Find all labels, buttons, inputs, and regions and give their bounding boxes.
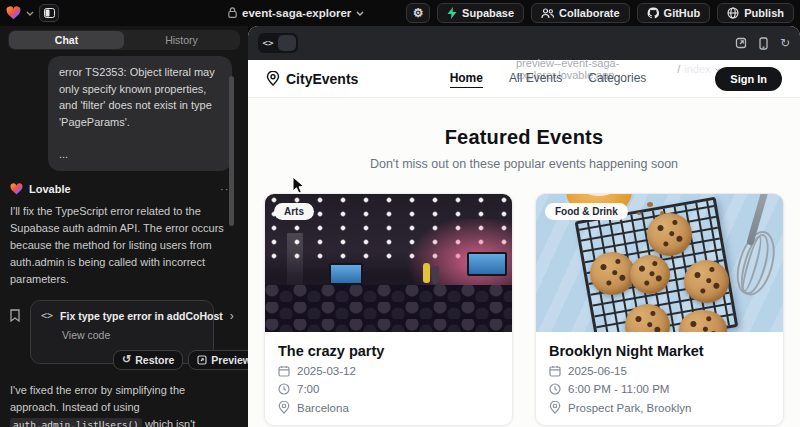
assistant-header: Lovable ···	[10, 183, 234, 195]
restore-icon: ↺	[122, 353, 131, 366]
nav-all-events[interactable]: All Events	[509, 69, 562, 88]
mobile-view-icon[interactable]	[759, 37, 768, 50]
code-preview-toggle[interactable]: <>	[258, 33, 298, 53]
gear-icon: ⚙	[413, 6, 424, 20]
clock-icon	[549, 383, 561, 395]
event-card-2[interactable]: Food & Drink Brooklyn Night Market 2025-…	[535, 193, 784, 426]
settings-button[interactable]: ⚙	[406, 3, 430, 23]
supabase-bolt-icon	[447, 7, 457, 19]
chevron-down-icon	[715, 67, 720, 72]
user-message-bubble: error TS2353: Object literal may only sp…	[48, 56, 232, 171]
user-message-text: error TS2353: Object literal may only sp…	[59, 64, 221, 130]
map-pin-icon	[549, 401, 561, 414]
assistant-name: Lovable	[29, 183, 71, 195]
preview-icon	[197, 355, 207, 365]
event-cards: Arts The crazy party 2025-03-12 7:00	[248, 193, 800, 426]
top-bar-actions: ⚙ Supabase Collaborate GitHub Publish	[406, 3, 794, 23]
lovable-logo-icon[interactable]	[6, 6, 21, 20]
chat-scrollbar[interactable]	[229, 76, 234, 226]
view-code-link[interactable]: View code	[62, 329, 203, 341]
chevron-down-icon[interactable]	[26, 11, 34, 16]
event-date-row: 2025-06-15	[549, 365, 770, 377]
code-icon: <>	[41, 310, 53, 321]
people-icon	[541, 8, 554, 19]
site-brand[interactable]: CityEvents	[266, 71, 358, 87]
preview-button[interactable]: Preview	[188, 350, 248, 370]
sidebar-toggle-button[interactable]	[39, 4, 59, 22]
event-date-row: 2025-03-12	[278, 365, 499, 377]
chat-history-tabs: Chat History	[8, 30, 240, 50]
github-icon	[647, 7, 659, 19]
preview-panel: <> preview--event-saga-explorer.lovable.…	[248, 26, 800, 427]
preview-url-path: index	[684, 63, 710, 75]
event-time-row: 6:00 PM - 11:00 PM	[549, 383, 770, 395]
chat-panel: Chat History error TS2353: Object litera…	[0, 26, 248, 427]
preview-toolbar-icons: ↻	[735, 36, 790, 50]
project-name: event-saga-explorer	[242, 7, 351, 19]
site-page: CityEvents Home All Events Categories Si…	[248, 60, 800, 426]
lovable-avatar-icon	[10, 183, 23, 195]
lock-icon	[228, 7, 237, 20]
event-location-row: Prospect Park, Brooklyn	[549, 401, 770, 414]
app-window: event-saga-explorer ⚙ Supabase Collabora…	[0, 0, 800, 427]
github-button[interactable]: GitHub	[637, 3, 711, 23]
event-title: Brooklyn Night Market	[549, 343, 770, 359]
event-time-row: 7:00	[278, 383, 499, 395]
chevron-right-icon: ›	[230, 309, 234, 323]
restore-preview-row: ↺ Restore Preview	[113, 350, 248, 370]
assistant-followup-text: I've fixed the error by simplifying the …	[10, 382, 228, 427]
refresh-icon[interactable]: ↻	[780, 36, 790, 50]
inline-code: auth.admin.listUsers()	[10, 418, 142, 427]
top-bar: event-saga-explorer ⚙ Supabase Collabora…	[0, 0, 800, 26]
event-card-body: Brooklyn Night Market 2025-06-15 6:00 PM…	[536, 332, 783, 425]
toggle-knob	[278, 35, 296, 51]
clock-icon	[278, 383, 290, 395]
event-location-row: Barcelona	[278, 401, 499, 414]
open-external-icon[interactable]	[735, 37, 747, 49]
calendar-icon	[278, 365, 290, 377]
event-card-body: The crazy party 2025-03-12 7:00 Barcelon…	[265, 332, 512, 425]
preview-toolbar: <> preview--event-saga-explorer.lovable.…	[248, 26, 800, 60]
restore-button[interactable]: ↺ Restore	[113, 350, 183, 370]
assistant-intro-text: I'll fix the TypeScript error related to…	[10, 203, 228, 288]
site-nav: Home All Events Categories	[408, 69, 688, 88]
category-badge: Food & Drink	[545, 203, 628, 220]
supabase-button[interactable]: Supabase	[437, 3, 524, 23]
hero-subtitle: Don't miss out on these popular events h…	[248, 157, 800, 171]
bookmark-icon[interactable]	[10, 308, 20, 326]
event-image-conference: Arts	[265, 194, 512, 332]
globe-icon	[727, 7, 739, 19]
nav-home[interactable]: Home	[450, 69, 483, 88]
nav-categories[interactable]: Categories	[588, 69, 646, 88]
event-title: The crazy party	[278, 343, 499, 359]
project-title-menu[interactable]: event-saga-explorer	[228, 0, 364, 26]
collaborate-button[interactable]: Collaborate	[531, 3, 630, 23]
code-change-title: Fix type type error in addCoHost	[60, 310, 223, 322]
map-pin-icon	[266, 71, 280, 86]
map-pin-icon	[278, 401, 290, 414]
user-message-ellipsis: ...	[59, 146, 221, 163]
hero-title: Featured Events	[248, 126, 800, 149]
code-icon: <>	[258, 38, 278, 48]
event-image-cookies: Food & Drink	[536, 194, 783, 332]
top-bar-left	[6, 4, 59, 22]
tab-chat[interactable]: Chat	[9, 31, 124, 49]
code-change-card-header: <> Fix type type error in addCoHost ›	[41, 309, 203, 323]
calendar-icon	[549, 365, 561, 377]
hero-section: Featured Events Don't miss out on these …	[248, 126, 800, 171]
chevron-down-icon	[356, 11, 364, 16]
category-badge: Arts	[274, 203, 314, 220]
tab-history[interactable]: History	[124, 31, 239, 49]
publish-button[interactable]: Publish	[717, 3, 794, 23]
event-card-1[interactable]: Arts The crazy party 2025-03-12 7:00	[264, 193, 513, 426]
sign-in-button[interactable]: Sign In	[715, 67, 782, 91]
